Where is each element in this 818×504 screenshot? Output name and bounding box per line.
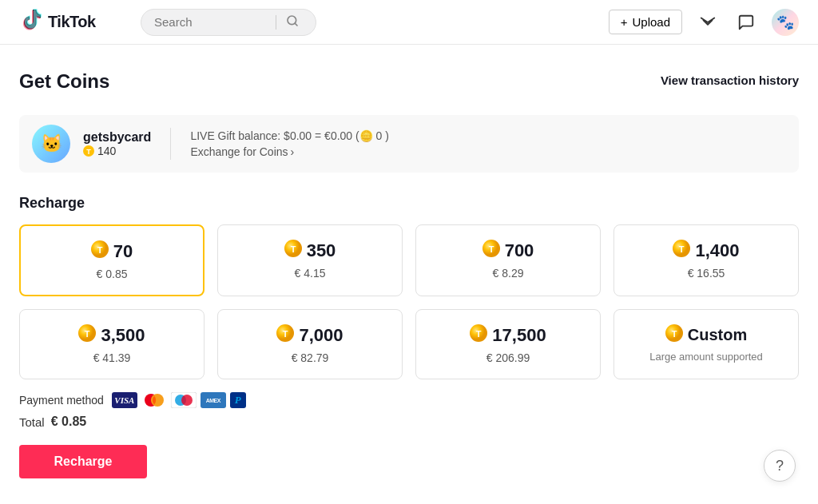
svg-text:T: T xyxy=(97,245,102,255)
coin-count: 140 xyxy=(97,145,116,157)
coin-card[interactable]: T17,500€ 206.99 xyxy=(415,309,601,379)
coin-card[interactable]: T350€ 4.15 xyxy=(217,224,403,296)
page-header: Get Coins View transaction history xyxy=(19,70,799,93)
coin-amount-text: 1,400 xyxy=(695,240,739,261)
paypal-icon: P xyxy=(230,392,246,408)
svg-text:T: T xyxy=(85,329,90,339)
user-divider xyxy=(170,128,171,160)
coin-amount-text: 17,500 xyxy=(492,325,546,346)
user-avatar: 🐱 xyxy=(32,125,70,163)
gift-info: LIVE Gift balance: $0.00 = €0.00 (🪙 0 ) … xyxy=(190,129,389,158)
search-bar[interactable] xyxy=(141,9,316,36)
svg-text:T: T xyxy=(671,329,677,339)
search-divider xyxy=(276,15,276,30)
coin-icon: T xyxy=(673,240,690,262)
svg-text:T: T xyxy=(290,244,296,254)
coin-card-amount: TCustom xyxy=(624,324,788,346)
mastercard-icon xyxy=(141,392,167,408)
coin-card-amount: T1,400 xyxy=(624,240,788,262)
svg-text:T: T xyxy=(679,244,685,254)
coin-card-amount: T17,500 xyxy=(426,324,590,347)
coin-price: € 206.99 xyxy=(426,351,590,364)
payment-label: Payment method xyxy=(19,394,104,407)
recharge-button[interactable]: Recharge xyxy=(19,445,147,478)
coin-card-amount: T7,000 xyxy=(228,324,392,347)
coin-card-amount: T3,500 xyxy=(30,324,194,347)
messages-icon[interactable] xyxy=(733,10,759,35)
total-row: Total € 0.85 xyxy=(19,415,799,429)
user-info: getsbycard T 140 xyxy=(83,130,151,157)
svg-point-24 xyxy=(181,395,193,406)
user-coins: T 140 xyxy=(83,145,151,157)
recharge-section-title: Recharge xyxy=(19,195,799,212)
inbox-icon[interactable] xyxy=(695,10,721,35)
svg-text:T: T xyxy=(476,329,482,339)
coin-card[interactable]: T7,000€ 82.79 xyxy=(217,309,403,379)
svg-text:T: T xyxy=(283,329,288,339)
search-icon[interactable] xyxy=(286,14,299,30)
upload-label: Upload xyxy=(632,15,670,29)
avatar[interactable]: 🐾 xyxy=(772,9,799,36)
coin-grid: T70€ 0.85T350€ 4.15T700€ 8.29T1,400€ 16.… xyxy=(19,224,799,296)
coin-price: € 82.79 xyxy=(228,351,392,364)
coin-amount-text: 350 xyxy=(307,240,336,261)
user-name: getsbycard xyxy=(83,130,151,145)
coin-icon: T xyxy=(78,324,96,347)
svg-line-1 xyxy=(295,23,297,26)
amex-icon: AMEX xyxy=(201,392,226,408)
coin-price: € 0.85 xyxy=(30,268,193,280)
coin-icon: T xyxy=(91,240,109,263)
total-label: Total xyxy=(19,415,45,429)
coin-card[interactable]: T3,500€ 41.39 xyxy=(19,309,204,379)
coin-price: Large amount supported xyxy=(624,351,788,363)
coin-card[interactable]: TCustomLarge amount supported xyxy=(614,309,799,379)
logo: TikTok xyxy=(19,7,99,37)
coin-amount-text: 3,500 xyxy=(101,325,145,346)
coin-icon: T xyxy=(482,240,500,262)
help-button[interactable]: ? xyxy=(764,450,796,482)
coin-price: € 16.55 xyxy=(624,267,788,280)
plus-icon: + xyxy=(621,15,628,29)
svg-text:T: T xyxy=(86,148,91,156)
search-input[interactable] xyxy=(154,15,266,29)
coin-icon: T xyxy=(284,240,302,262)
header-right: + Upload 🐾 xyxy=(609,9,799,36)
coin-amount-text: 700 xyxy=(505,240,534,261)
visa-icon: VISA xyxy=(112,392,137,408)
user-bar: 🐱 getsbycard T 140 LIVE Gift balance: $0… xyxy=(19,115,799,173)
coin-amount-text: Custom xyxy=(688,326,747,344)
tiktok-logo-icon xyxy=(19,7,43,37)
coin-price: € 8.29 xyxy=(426,267,590,280)
page-title: Get Coins xyxy=(19,70,109,93)
coin-card[interactable]: T70€ 0.85 xyxy=(19,224,204,296)
coin-card-amount: T700 xyxy=(426,240,590,262)
payment-icons: VISA AMEX P xyxy=(112,392,246,408)
coin-amount-text: 70 xyxy=(113,241,133,262)
upload-button[interactable]: + Upload xyxy=(609,10,682,34)
total-amount: € 0.85 xyxy=(51,415,86,429)
coin-icon: T xyxy=(276,324,294,347)
view-history-link[interactable]: View transaction history xyxy=(661,70,799,87)
header: TikTok + Upload 🐾 xyxy=(0,0,818,45)
exchange-label: Exchange for Coins xyxy=(190,145,288,158)
coin-icon: T xyxy=(470,324,487,347)
exchange-link[interactable]: Exchange for Coins › xyxy=(190,145,389,158)
gift-balance: LIVE Gift balance: $0.00 = €0.00 (🪙 0 ) xyxy=(190,129,389,142)
coin-amount-text: 7,000 xyxy=(299,325,343,346)
maestro-icon xyxy=(171,392,197,408)
coin-card[interactable]: T1,400€ 16.55 xyxy=(614,224,799,296)
coin-price: € 41.39 xyxy=(30,351,194,364)
main-content: Get Coins View transaction history 🐱 get… xyxy=(0,45,818,504)
coin-card-amount: T350 xyxy=(228,240,392,262)
help-icon: ? xyxy=(776,458,784,474)
coin-card-amount: T70 xyxy=(30,240,193,263)
coin-card[interactable]: T700€ 8.29 xyxy=(415,224,601,296)
chevron-right-icon: › xyxy=(291,145,295,158)
coin-price: € 4.15 xyxy=(228,267,392,280)
payment-method-row: Payment method VISA AMEX xyxy=(19,392,799,408)
coin-icon: T xyxy=(665,324,683,346)
logo-text: TikTok xyxy=(48,13,96,31)
coin-grid-row2: T3,500€ 41.39T7,000€ 82.79T17,500€ 206.9… xyxy=(19,309,799,379)
svg-text:T: T xyxy=(488,244,494,254)
